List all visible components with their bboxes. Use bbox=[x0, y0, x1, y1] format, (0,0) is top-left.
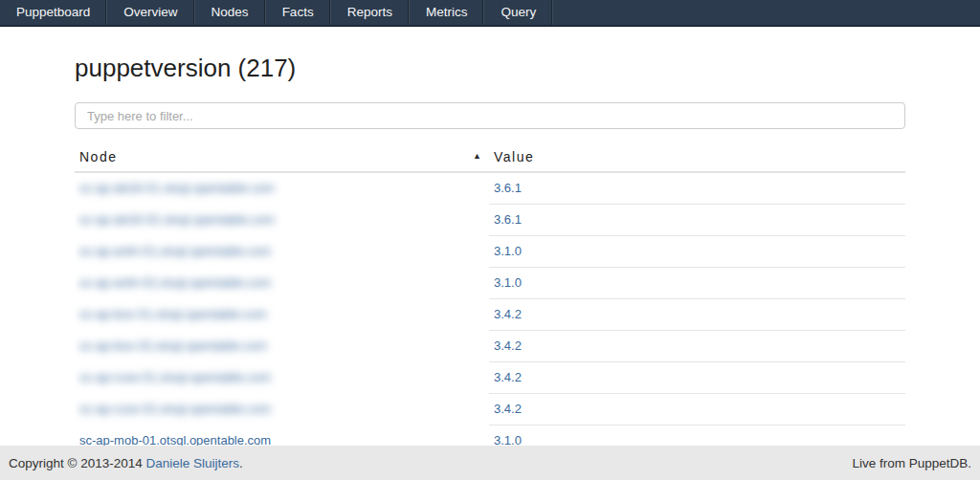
value-cell: 3.6.1 bbox=[489, 204, 905, 235]
value-cell: 3.4.2 bbox=[489, 330, 905, 361]
footer-copyright: Copyright © 2013-2014 Daniele Sluijters. bbox=[9, 456, 243, 470]
value-cell: 3.4.2 bbox=[489, 298, 905, 330]
nav-item-reports[interactable]: Reports bbox=[330, 0, 409, 25]
value-link[interactable]: 3.1.0 bbox=[494, 244, 522, 258]
value-link[interactable]: 3.4.2 bbox=[494, 338, 522, 353]
top-navbar: Puppetboard OverviewNodesFactsReportsMet… bbox=[0, 0, 980, 27]
node-link[interactable]: sc-ap-ab16-01.otsql.opentable.com bbox=[75, 173, 286, 203]
sort-asc-icon: ▲ bbox=[473, 151, 481, 161]
column-header-node-label: Node bbox=[79, 149, 117, 164]
node-cell: sc-ap-ruse-01.otsql.opentable.com bbox=[75, 361, 489, 393]
author-link[interactable]: Daniele Sluijters bbox=[146, 456, 240, 470]
nav-menu: OverviewNodesFactsReportsMetricsQuery bbox=[106, 0, 553, 25]
node-link[interactable]: sc-ap-box-02.otsql.opentable.com bbox=[75, 331, 278, 360]
value-link[interactable]: 3.1.0 bbox=[494, 275, 522, 290]
footer-copyright-text: Copyright © 2013-2014 bbox=[9, 456, 146, 470]
footer-copyright-suffix: . bbox=[239, 456, 243, 470]
value-cell: 3.1.0 bbox=[489, 267, 905, 298]
main-content: puppetversion (217) Node ▲ Value sc-ap-a… bbox=[75, 54, 905, 457]
nav-item-nodes[interactable]: Nodes bbox=[194, 0, 265, 25]
facts-table: Node ▲ Value sc-ap-ab16-01.otsql.opentab… bbox=[75, 144, 905, 457]
table-row: sc-ap-box-01.otsql.opentable.com3.4.2 bbox=[75, 298, 905, 330]
node-cell: sc-ap-ab16-01.otsql.opentable.com bbox=[75, 172, 489, 204]
node-cell: sc-ap-box-02.otsql.opentable.com bbox=[75, 330, 489, 361]
table-row: sc-ap-ruse-02.otsql.opentable.com3.4.2 bbox=[75, 393, 905, 425]
node-cell: sc-ap-box-01.otsql.opentable.com bbox=[75, 298, 489, 330]
nav-brand[interactable]: Puppetboard bbox=[0, 0, 106, 25]
value-cell: 3.4.2 bbox=[489, 393, 905, 425]
value-cell: 3.6.1 bbox=[489, 172, 905, 204]
nav-separator bbox=[552, 0, 553, 25]
value-link[interactable]: 3.4.2 bbox=[494, 307, 522, 321]
value-link[interactable]: 3.6.1 bbox=[494, 181, 522, 195]
node-link[interactable]: sc-ap-anth-02.otsql.opentable.com bbox=[75, 268, 282, 297]
node-cell: sc-ap-anth-02.otsql.opentable.com bbox=[75, 267, 489, 298]
table-row: sc-ap-ab16-01.otsql.opentable.com3.6.1 bbox=[75, 172, 905, 204]
node-link[interactable]: sc-ap-anth-01.otsql.opentable.com bbox=[75, 236, 282, 266]
node-link[interactable]: sc-ap-box-01.otsql.opentable.com bbox=[75, 299, 278, 329]
value-link[interactable]: 3.4.2 bbox=[494, 402, 522, 416]
filter-input[interactable] bbox=[75, 102, 905, 129]
table-row: sc-ap-ab16-02.otsql.opentable.com3.6.1 bbox=[75, 204, 905, 235]
node-link[interactable]: sc-ap-ab16-02.otsql.opentable.com bbox=[75, 205, 286, 234]
table-header-row: Node ▲ Value bbox=[75, 144, 905, 172]
table-row: sc-ap-anth-02.otsql.opentable.com3.1.0 bbox=[75, 267, 905, 298]
node-cell: sc-ap-ab16-02.otsql.opentable.com bbox=[75, 204, 489, 235]
footer: Copyright © 2013-2014 Daniele Sluijters.… bbox=[0, 446, 980, 480]
nav-item-overview[interactable]: Overview bbox=[106, 0, 193, 25]
nav-item-metrics[interactable]: Metrics bbox=[409, 0, 484, 25]
node-link[interactable]: sc-ap-ruse-01.otsql.opentable.com bbox=[75, 362, 282, 392]
value-link[interactable]: 3.4.2 bbox=[494, 370, 522, 384]
page-title: puppetversion (217) bbox=[75, 54, 905, 83]
node-link[interactable]: sc-ap-ruse-02.otsql.opentable.com bbox=[75, 394, 282, 424]
value-cell: 3.1.0 bbox=[489, 235, 905, 267]
nav-item-query[interactable]: Query bbox=[483, 0, 552, 25]
nav-item-facts[interactable]: Facts bbox=[265, 0, 330, 25]
node-cell: sc-ap-anth-01.otsql.opentable.com bbox=[75, 235, 489, 267]
value-cell: 3.4.2 bbox=[489, 361, 905, 393]
table-row: sc-ap-anth-01.otsql.opentable.com3.1.0 bbox=[75, 235, 905, 267]
value-link[interactable]: 3.6.1 bbox=[494, 212, 522, 227]
footer-status: Live from PuppetDB. bbox=[852, 456, 971, 470]
table-row: sc-ap-ruse-01.otsql.opentable.com3.4.2 bbox=[75, 361, 905, 393]
table-row: sc-ap-box-02.otsql.opentable.com3.4.2 bbox=[75, 330, 905, 361]
column-header-value[interactable]: Value bbox=[489, 144, 905, 172]
node-cell: sc-ap-ruse-02.otsql.opentable.com bbox=[75, 393, 489, 425]
column-header-node[interactable]: Node ▲ bbox=[75, 144, 489, 172]
